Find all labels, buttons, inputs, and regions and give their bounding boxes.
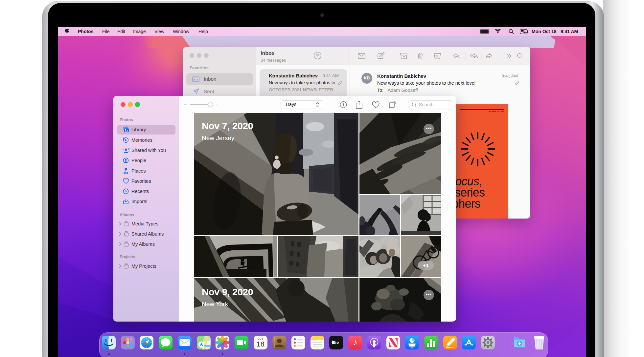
svg-text:tv: tv: [335, 340, 339, 345]
